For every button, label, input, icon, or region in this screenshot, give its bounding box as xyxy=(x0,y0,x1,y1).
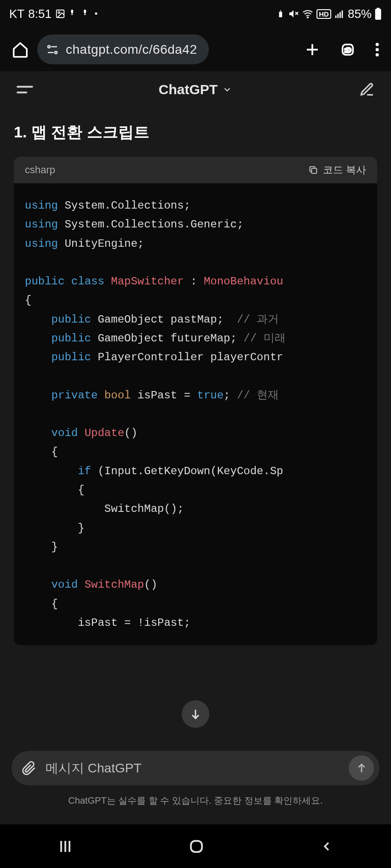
overflow-menu-icon[interactable] xyxy=(375,42,380,57)
compose-icon[interactable] xyxy=(359,82,375,97)
footsteps-icon-2 xyxy=(82,9,91,19)
svg-point-17 xyxy=(55,51,57,53)
message-input[interactable]: 메시지 ChatGPT xyxy=(12,751,380,785)
system-nav-bar xyxy=(0,824,391,868)
copy-label: 코드 복사 xyxy=(323,163,366,177)
hd-icon: HD xyxy=(316,9,331,19)
status-bar: KT 8:51 • HD 85% xyxy=(0,0,391,28)
copy-code-button[interactable]: 코드 복사 xyxy=(308,163,366,177)
svg-rect-28 xyxy=(311,168,316,173)
input-placeholder: 메시지 ChatGPT xyxy=(46,760,339,777)
chevron-down-icon xyxy=(222,85,232,95)
mute-icon xyxy=(288,8,299,19)
picture-icon xyxy=(55,9,65,19)
svg-rect-5 xyxy=(84,14,86,15)
tabs-icon[interactable]: :D xyxy=(340,42,356,57)
signal-icon xyxy=(334,9,345,19)
svg-point-1 xyxy=(58,11,60,13)
svg-point-25 xyxy=(375,53,379,56)
footsteps-icon xyxy=(69,9,78,19)
code-language: csharp xyxy=(25,164,55,176)
menu-icon[interactable] xyxy=(16,84,34,96)
svg-rect-9 xyxy=(335,16,337,18)
battery-saver-icon xyxy=(276,8,285,19)
browser-bar: chatgpt.com/c/66da42 :D xyxy=(0,28,391,71)
home-icon[interactable] xyxy=(12,41,29,58)
section-heading: 1. 맵 전환 스크립트 xyxy=(14,122,377,143)
battery-icon xyxy=(374,8,382,20)
copy-icon xyxy=(308,165,318,175)
svg-rect-14 xyxy=(377,8,380,9)
svg-rect-12 xyxy=(342,11,343,18)
svg-rect-11 xyxy=(339,12,341,18)
battery-percent: 85% xyxy=(348,7,372,21)
url-bar[interactable]: chatgpt.com/c/66da42 xyxy=(37,34,209,64)
disclaimer-text: ChatGPT는 실수를 할 수 있습니다. 중요한 정보를 확인하세요. xyxy=(12,794,380,807)
scroll-down-button[interactable] xyxy=(182,700,209,728)
site-settings-icon[interactable] xyxy=(46,43,59,57)
back-button[interactable] xyxy=(319,839,334,854)
svg-rect-13 xyxy=(375,9,381,20)
new-tab-icon[interactable] xyxy=(304,41,321,58)
code-content[interactable]: using System.Collections; using System.C… xyxy=(14,183,377,645)
svg-rect-34 xyxy=(191,841,202,852)
carrier-label: KT xyxy=(9,7,24,21)
svg-point-4 xyxy=(84,10,86,13)
code-block: csharp 코드 복사 using System.Collections; u… xyxy=(14,157,377,645)
svg-point-15 xyxy=(48,45,50,48)
url-text: chatgpt.com/c/66da42 xyxy=(66,42,197,57)
svg-rect-10 xyxy=(337,14,339,18)
content-area: 1. 맵 전환 스크립트 csharp 코드 복사 using System.C… xyxy=(0,108,391,746)
dot-icon: • xyxy=(95,9,98,19)
app-header: ChatGPT xyxy=(0,71,391,108)
attachment-icon[interactable] xyxy=(22,761,36,776)
svg-point-23 xyxy=(375,43,379,46)
svg-point-24 xyxy=(375,48,379,51)
recents-button[interactable] xyxy=(57,838,74,855)
svg-point-8 xyxy=(307,17,308,18)
home-button[interactable] xyxy=(188,838,205,855)
header-title: ChatGPT xyxy=(159,82,218,97)
svg-rect-3 xyxy=(71,14,73,15)
send-button[interactable] xyxy=(349,755,374,781)
clock: 8:51 xyxy=(28,7,52,21)
svg-point-2 xyxy=(71,10,73,13)
svg-text::D: :D xyxy=(345,46,351,53)
code-header: csharp 코드 복사 xyxy=(14,157,377,183)
wifi-icon xyxy=(302,8,314,19)
input-area: 메시지 ChatGPT ChatGPT는 실수를 할 수 있습니다. 중요한 정… xyxy=(0,746,391,824)
header-title-group[interactable]: ChatGPT xyxy=(159,82,232,97)
